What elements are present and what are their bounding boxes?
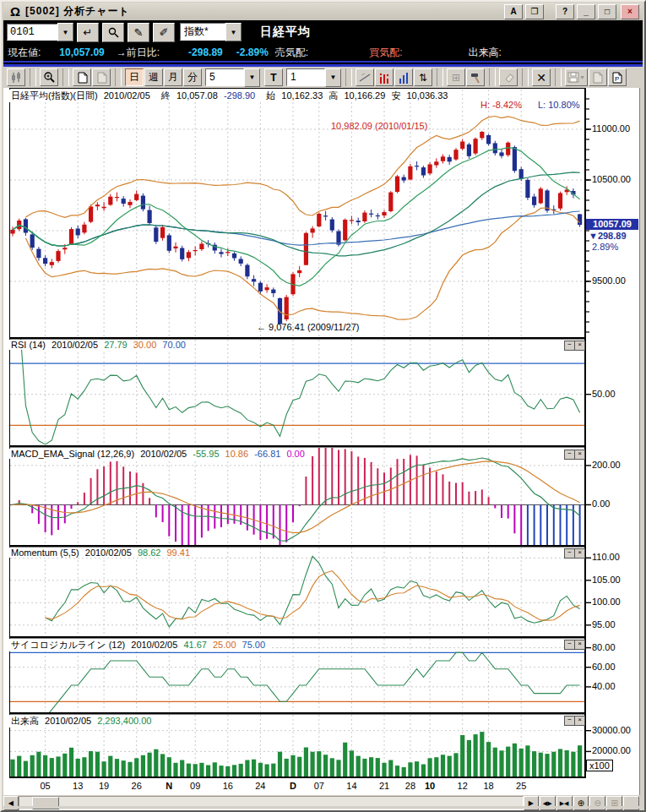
panel-close-button[interactable]: ×	[574, 640, 585, 650]
macd-date: 2010/02/05	[140, 449, 187, 459]
macd-title: MACD_EMA_Signal (12,26,9)	[11, 449, 134, 459]
y-axis-label: 105.00	[592, 575, 621, 585]
chevron-down-icon[interactable]: ▼	[244, 68, 260, 87]
rsi-value: 27.79	[104, 340, 128, 350]
y-axis-label: 40.00	[592, 681, 616, 691]
chart-canvas[interactable]	[3, 88, 646, 795]
help-button[interactable]: ?	[556, 4, 574, 19]
page-template-button[interactable]	[589, 68, 607, 86]
symbol-dropdown-button[interactable]: ▼	[57, 23, 73, 41]
draw-clear-button[interactable]: ✐	[153, 23, 175, 42]
bars-count-select[interactable]: 5 ▼	[205, 68, 260, 87]
symbol-bar: ▼ ↵ ✎ ✐ 指数* ▼ 日経平均	[3, 20, 643, 44]
high-pct-label: H: -8.42%	[480, 100, 522, 110]
eraser-button[interactable]	[499, 68, 518, 86]
x-axis-label: 12	[453, 781, 472, 791]
page-copy-button[interactable]	[92, 68, 111, 86]
zoom-button[interactable]	[40, 68, 58, 86]
psych-title: サイコロジカルライン (12)	[11, 640, 125, 650]
indicator-red-button[interactable]	[375, 68, 394, 86]
new-page-button[interactable]	[73, 68, 91, 86]
period-daily-button[interactable]: 日	[125, 68, 144, 86]
layout-select[interactable]: 1 ▼	[286, 68, 341, 87]
chevron-down-icon[interactable]: ▼	[225, 23, 242, 41]
maximize-button[interactable]: □	[598, 4, 616, 19]
trendline-button[interactable]	[356, 68, 374, 86]
y-axis-label: 50.00	[592, 389, 616, 399]
annotation-low: ← 9,076.41 (2009/11/27)	[257, 322, 360, 332]
period-minute-button[interactable]: 分	[183, 68, 202, 86]
x-axis-label: 16	[219, 781, 237, 791]
x-axis-label: 19	[95, 781, 113, 791]
close-value: 10,057.08	[176, 90, 218, 101]
print-page-button[interactable]: P	[608, 68, 627, 86]
hammer-icon	[470, 72, 482, 84]
y-axis-label: 200.00	[592, 460, 621, 470]
y-axis-label: 95.00	[592, 619, 616, 629]
change-pct-value: -2.89%	[236, 46, 269, 58]
window-title: [5002] 分析チャート	[25, 4, 130, 19]
x-axis-label: N	[160, 781, 178, 791]
svg-text:P: P	[615, 75, 619, 83]
save-button[interactable]: ▼	[565, 68, 588, 86]
delete-button[interactable]: ✕	[532, 68, 551, 86]
copy-window-button[interactable]: ❐	[525, 4, 544, 19]
layout-value: 1	[286, 68, 325, 86]
macd-panel-header: MACD_EMA_Signal (12,26,9) 2010/02/05 -55…	[8, 449, 311, 459]
price-date: 2010/02/05	[104, 90, 150, 101]
x-axis-label: 21	[375, 781, 394, 791]
y-axis-label: 60.00	[592, 662, 616, 672]
volume-label: 出来高:	[469, 46, 502, 60]
y-axis-label: 110.00	[592, 552, 620, 562]
text-tool-button[interactable]: T	[264, 68, 283, 86]
page-p-icon: P	[611, 72, 622, 84]
title-bar[interactable]: Ω [5002] 分析チャート A ❐ ? _ □ ×	[3, 3, 643, 20]
rsi-upper-band: 70.00	[162, 340, 186, 350]
change-value: -298.89	[188, 46, 223, 58]
magnifier-plus-icon	[43, 72, 55, 84]
x-axis-label: 25	[512, 781, 530, 791]
grid-button[interactable]: ⊞	[447, 68, 465, 86]
symbol-code-input[interactable]	[7, 24, 57, 41]
close-button[interactable]: ×	[621, 4, 639, 19]
open-label: 始	[266, 90, 275, 101]
panel-close-button[interactable]: ×	[574, 716, 585, 726]
indicator-blue-button[interactable]	[394, 68, 413, 86]
volume-unit-label: x100	[586, 760, 613, 771]
y-axis-label: 10500.00	[592, 174, 631, 184]
index-type-combo[interactable]: 指数* ▼	[180, 23, 242, 41]
chart-toolbar: 日 週 月 分 5 ▼ T 1 ▼ ⇅ ⊞ ✕	[3, 67, 643, 89]
low-label: 安	[391, 90, 400, 101]
copy-icon: ❐	[531, 7, 539, 16]
updown-button[interactable]: ⇅	[414, 68, 432, 86]
panel-close-button[interactable]: ×	[574, 341, 585, 351]
edit-button[interactable]: ✎	[128, 23, 149, 42]
panel-close-button[interactable]: ×	[574, 548, 585, 559]
low-pct-label: L: 10.80%	[538, 100, 580, 110]
minimize-button[interactable]: _	[577, 4, 595, 19]
eraser-icon	[502, 73, 514, 83]
momentum-date: 2010/02/05	[85, 548, 132, 558]
period-weekly-button[interactable]: 週	[144, 68, 163, 86]
font-button[interactable]: A	[504, 4, 523, 19]
index-type-value: 指数*	[180, 23, 225, 41]
period-monthly-button[interactable]: 月	[164, 68, 182, 86]
page-icon	[77, 72, 88, 84]
current-price-label: 現在値:	[8, 46, 41, 60]
quote-bar: 現在値: 10,057.09 →前日比: -298.89 -2.89% 売気配:…	[3, 44, 643, 61]
x-axis-label: 24	[251, 781, 269, 791]
chevron-down-icon[interactable]: ▼	[325, 68, 341, 87]
panel-close-button[interactable]: ×	[574, 450, 585, 460]
enter-button[interactable]: ↵	[77, 23, 99, 42]
macd-zero-value: 0.00	[286, 449, 304, 459]
tool-button[interactable]	[466, 68, 485, 86]
bid-label: 買気配:	[369, 46, 402, 60]
trendline-icon	[359, 72, 372, 83]
psych-date: 2010/02/05	[131, 640, 177, 650]
search-button[interactable]	[102, 23, 124, 42]
price-title: 日経平均(指数)(日間)	[11, 90, 98, 101]
x-axis-label: 09	[186, 781, 204, 791]
candlestick-mode-button[interactable]	[7, 68, 25, 86]
momentum-panel-header: Momentum (5,5) 2010/02/05 98.62 99.41	[8, 548, 196, 558]
y-axis-label: 30000.00	[592, 725, 631, 735]
